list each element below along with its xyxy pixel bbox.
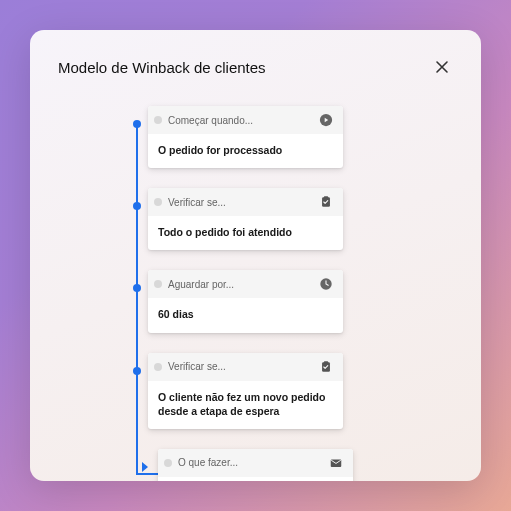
workflow-step: Começar quando... O pedido for processad… [148,106,453,168]
close-icon [435,60,449,74]
play-icon [319,113,333,127]
timeline-dot [133,202,141,210]
card-header: Verificar se... [148,353,343,381]
workflow-step-final: O que fazer... Enviar e-mail de marketin… [148,449,453,481]
timeline-line [136,126,138,475]
card-body: Enviar e-mail de marketing [158,477,353,481]
timeline-arrow-icon [142,462,148,472]
card-header: Aguardar por... [148,270,343,298]
card-label: O que fazer... [178,457,238,468]
clipboard-icon [319,360,333,374]
card-notch [154,363,162,371]
workflow-panel: Modelo de Winback de clientes Começar qu… [30,30,481,481]
timeline-dot [133,367,141,375]
card-body: O pedido for processado [148,134,343,168]
step-card-start[interactable]: Começar quando... O pedido for processad… [148,106,343,168]
card-header: O que fazer... [158,449,353,477]
workflow-step: Aguardar por... 60 dias [148,270,453,332]
panel-header: Modelo de Winback de clientes [58,56,453,78]
step-card-check[interactable]: Verificar se... Todo o pedido foi atendi… [148,188,343,250]
step-card-check[interactable]: Verificar se... O cliente não fez um nov… [148,353,343,429]
card-label: Verificar se... [168,197,226,208]
timeline-dot [133,284,141,292]
card-header: Verificar se... [148,188,343,216]
svg-rect-2 [324,196,328,198]
clipboard-icon [319,195,333,209]
card-label: Verificar se... [168,361,226,372]
step-card-action[interactable]: O que fazer... Enviar e-mail de marketin… [158,449,353,481]
card-body: O cliente não fez um novo pedido desde a… [148,381,343,429]
card-label: Começar quando... [168,115,253,126]
workflow-step: Verificar se... O cliente não fez um nov… [148,353,453,429]
card-notch [154,198,162,206]
card-body: 60 dias [148,298,343,332]
close-button[interactable] [431,56,453,78]
panel-title: Modelo de Winback de clientes [58,59,266,76]
timeline-dot [133,120,141,128]
card-notch [154,116,162,124]
card-header: Começar quando... [148,106,343,134]
card-body: Todo o pedido foi atendido [148,216,343,250]
step-card-wait[interactable]: Aguardar por... 60 dias [148,270,343,332]
card-notch [164,459,172,467]
clock-icon [319,277,333,291]
workflow-flow: Começar quando... O pedido for processad… [58,98,453,481]
svg-rect-5 [324,361,328,363]
card-label: Aguardar por... [168,279,234,290]
workflow-step: Verificar se... Todo o pedido foi atendi… [148,188,453,250]
card-notch [154,280,162,288]
mail-icon [329,456,343,470]
